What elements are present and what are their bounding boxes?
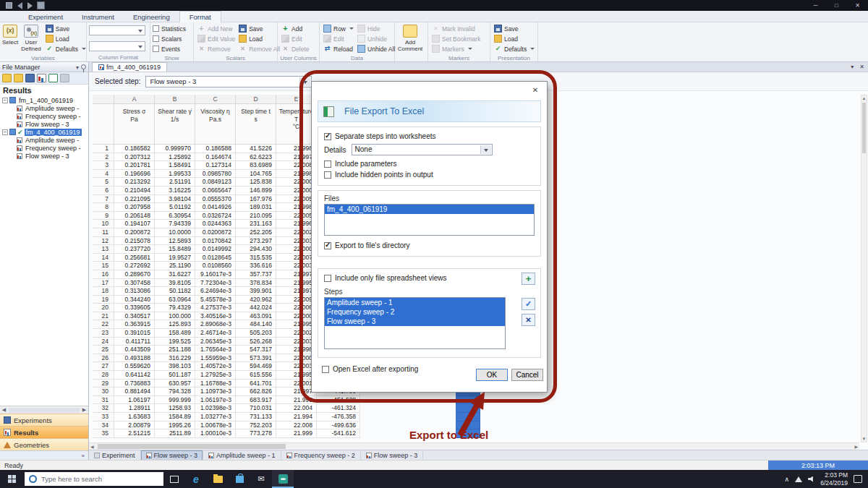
row-number[interactable]: 15 <box>93 262 114 270</box>
taskbar-mail-button[interactable] <box>250 470 272 488</box>
table-cell[interactable]: 0.344240 <box>114 296 155 304</box>
row-number[interactable]: 8 <box>93 203 114 212</box>
step-list-item[interactable]: Frequency sweep - 2 <box>325 307 505 317</box>
table-cell[interactable]: 641.701 <box>236 380 276 388</box>
table-cell[interactable]: 79.4329 <box>155 304 195 312</box>
table-cell[interactable]: 3.40516e-3 <box>195 312 236 321</box>
table-cell[interactable]: 399.901 <box>236 287 276 296</box>
new-folder-icon[interactable] <box>2 74 12 82</box>
table-cell[interactable]: 104.765 <box>236 170 276 179</box>
row-number[interactable]: 25 <box>93 346 114 354</box>
table-cell[interactable]: 167.976 <box>236 195 276 204</box>
table-cell[interactable]: 1.06197 <box>114 396 155 405</box>
table-cell[interactable]: 420.962 <box>236 296 276 304</box>
table-cell[interactable]: 100.000 <box>155 312 195 321</box>
row-number[interactable]: 2 <box>93 153 114 162</box>
table-cell[interactable]: 505.203 <box>236 329 276 338</box>
ribbon-button-load[interactable]: Load <box>237 34 281 43</box>
open-folder-icon[interactable] <box>14 74 23 82</box>
nav-button-results[interactable]: Results <box>0 426 88 438</box>
dialog-close-button[interactable] <box>530 85 540 95</box>
nav-button-geometries[interactable]: Geometries <box>0 438 88 450</box>
table-cell[interactable]: 594.469 <box>236 362 276 371</box>
ribbon-button-edit[interactable]: Edit <box>280 34 317 43</box>
table-cell[interactable]: 683.917 <box>236 396 276 405</box>
table-cell[interactable]: 1.03277e-3 <box>195 413 236 421</box>
table-cell[interactable]: 1.28911 <box>114 404 155 413</box>
table-cell[interactable]: 125.893 <box>155 320 195 329</box>
table-cell[interactable]: 0.363915 <box>114 320 155 329</box>
table-cell[interactable]: 9.16017e-3 <box>195 270 236 279</box>
table-cell[interactable]: -461.324 <box>317 404 360 413</box>
table-cell[interactable]: 0.391015 <box>114 329 155 338</box>
tree-child-flow-sweep-3[interactable]: Flow sweep - 3 <box>2 152 88 160</box>
table-cell[interactable]: 31.6227 <box>155 270 195 279</box>
table-cell[interactable]: 2511.89 <box>155 429 195 438</box>
table-cell[interactable]: 0.0555370 <box>195 195 236 204</box>
include-parameters-checkbox[interactable]: Include parameters <box>324 158 535 169</box>
row-number[interactable]: 34 <box>93 421 114 430</box>
table-cell[interactable]: 0.196696 <box>114 170 155 179</box>
table-cell[interactable]: 731.133 <box>236 413 276 421</box>
table-cell[interactable]: 0.0326724 <box>195 212 236 221</box>
show-checkbox-statistics[interactable]: Statistics <box>153 24 191 33</box>
taskbar-task-view-button[interactable] <box>163 470 185 488</box>
tree-child-amplitude-sweep[interactable]: Amplitude sweep - <box>2 104 88 112</box>
table-cell[interactable]: 794.328 <box>155 388 195 396</box>
save-all-icon[interactable] <box>25 74 35 82</box>
table-cell[interactable]: 0.0200872 <box>195 228 236 237</box>
table-cell[interactable]: 0.200872 <box>114 228 155 237</box>
network-icon[interactable] <box>795 476 802 482</box>
table-cell[interactable]: 1.00010e-3 <box>195 429 236 438</box>
bottom-tab-amplitude-sweep-1[interactable]: Amplitude sweep - 1 <box>203 450 281 461</box>
include-spreadsheet-checkbox[interactable]: Include only file spreadsheet views <box>324 273 535 283</box>
options-icon[interactable] <box>60 74 69 82</box>
table-cell[interactable]: 4.27537e-3 <box>195 304 236 312</box>
row-number[interactable]: 5 <box>93 178 114 187</box>
table-cell[interactable]: -541.612 <box>317 429 360 438</box>
table-cell[interactable]: 1.63683 <box>114 413 155 421</box>
row-number[interactable]: 18 <box>93 287 114 296</box>
table-cell[interactable]: 22.004 <box>276 404 317 413</box>
panel-collapse-row[interactable] <box>0 450 88 460</box>
row-number[interactable]: 22 <box>93 320 114 329</box>
cancel-button[interactable]: Cancel <box>511 369 543 381</box>
table-cell[interactable]: 662.826 <box>236 388 276 396</box>
minimize-button[interactable] <box>805 0 826 11</box>
horizontal-scrollbar[interactable] <box>89 442 859 450</box>
table-cell[interactable]: 0.213292 <box>114 178 155 187</box>
table-cell[interactable]: 378.834 <box>236 279 276 288</box>
table-cell[interactable]: 0.493188 <box>114 354 155 363</box>
layout-icon[interactable] <box>38 2 44 9</box>
ribbon-tab-format[interactable]: Format <box>179 11 221 22</box>
ribbon-button-add-new[interactable]: Add New <box>196 24 237 33</box>
table-cell[interactable]: 573.391 <box>236 354 276 363</box>
chevron-down-icon[interactable] <box>76 64 79 71</box>
close-document-icon[interactable] <box>859 64 864 70</box>
table-cell[interactable]: 1584.89 <box>155 413 195 421</box>
ribbon-button-hide[interactable]: Hide <box>356 24 396 33</box>
selected-cell[interactable] <box>456 396 480 405</box>
ribbon-button-reload[interactable]: Reload <box>322 44 355 53</box>
row-number[interactable]: 14 <box>93 254 114 262</box>
row-number[interactable]: 1 <box>93 145 114 153</box>
ok-button[interactable]: OK <box>476 369 508 381</box>
bottom-tab-flow-sweep-3[interactable]: Flow sweep - 3 <box>141 450 204 461</box>
select-all-steps-button[interactable] <box>522 298 535 310</box>
ribbon-button-load[interactable]: Load <box>493 34 535 43</box>
table-cell[interactable]: 357.737 <box>236 270 276 279</box>
ribbon-button-remove-all[interactable]: Remove All <box>237 44 281 53</box>
nav-button-experiments[interactable]: Experiments <box>0 414 88 426</box>
row-number[interactable]: 17 <box>93 279 114 288</box>
ribbon-button-save[interactable]: Save <box>44 24 88 33</box>
column-header-D[interactable]: Step time ts <box>236 104 276 145</box>
row-number[interactable]: 33 <box>93 413 114 421</box>
table-cell[interactable]: 125.838 <box>236 178 276 187</box>
ribbon-button-set-bookmark[interactable]: Set Bookmark <box>430 34 488 43</box>
row-number[interactable]: 23 <box>93 329 114 338</box>
table-cell[interactable]: 1258.93 <box>155 404 195 413</box>
ribbon-button-markers[interactable]: Markers <box>430 44 488 53</box>
step-list-item[interactable]: Amplitude sweep - 1 <box>325 298 505 307</box>
table-cell[interactable]: 7.94339 <box>155 220 195 228</box>
expander-icon[interactable]: − <box>2 129 8 135</box>
